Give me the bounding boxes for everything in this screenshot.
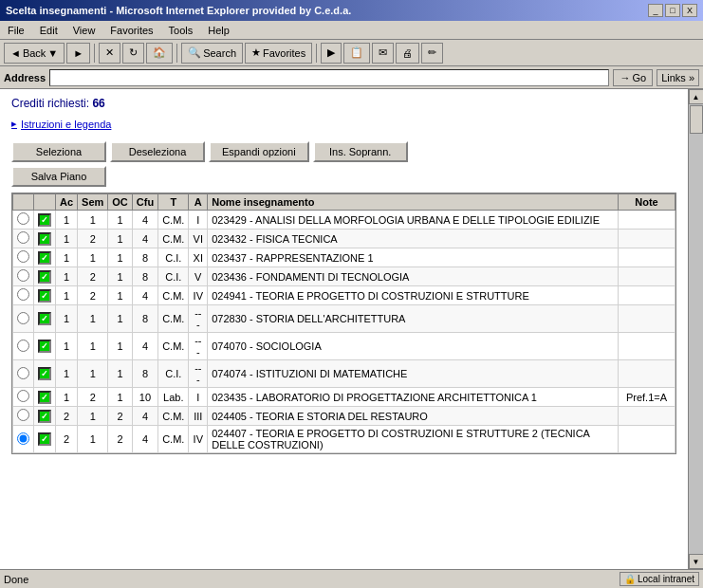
row-checkbox[interactable]: ✓ (38, 391, 51, 404)
status-bar: Done 🔒 Local intranet (0, 569, 703, 588)
address-label: Address (4, 72, 46, 83)
cell-nome: 074070 - SOCIOLOGIA (208, 333, 619, 360)
maximize-button[interactable]: □ (665, 4, 680, 17)
row-checkbox[interactable]: ✓ (38, 367, 51, 380)
cell-oc: 2 (108, 426, 133, 453)
table-row: ✓1118C.M.---072830 - STORIA DELL'ARCHITE… (13, 305, 675, 333)
cell-cfu: 4 (132, 333, 157, 360)
row-radio[interactable] (17, 367, 29, 379)
row-checkbox[interactable]: ✓ (38, 213, 51, 227)
row-radio[interactable] (17, 250, 29, 263)
links-button[interactable]: Links » (657, 69, 699, 86)
row-radio[interactable] (17, 312, 29, 324)
status-text: Done (4, 574, 616, 585)
cell-a: I (189, 388, 208, 407)
row-checkbox[interactable]: ✓ (38, 289, 51, 303)
soprann-button[interactable]: Ins. Soprann. (313, 141, 408, 162)
lock-icon: 🔒 (624, 574, 636, 584)
cell-ac: 1 (56, 360, 78, 388)
cell-sem: 1 (78, 426, 108, 453)
cell-note (618, 305, 675, 333)
cell-note (618, 360, 675, 388)
cell-t: C.M. (158, 426, 189, 453)
media-button[interactable]: ▶ (321, 43, 342, 64)
cell-sem: 2 (78, 388, 108, 407)
espandi-button[interactable]: Espandi opzioni (209, 141, 309, 162)
scroll-track (689, 104, 704, 554)
table-row: ✓1218C.I.V023436 - FONDAMENTI DI TECNOLO… (13, 267, 675, 286)
menu-favorites[interactable]: Favorites (106, 24, 157, 37)
cell-sem: 2 (78, 267, 108, 286)
print-button[interactable]: 🖨 (396, 43, 419, 64)
row-radio[interactable] (17, 340, 29, 352)
favorites-button[interactable]: ★ Favorites (245, 43, 312, 64)
close-button[interactable]: X (682, 4, 697, 17)
salva-button[interactable]: Salva Piano (11, 166, 106, 187)
col-header-note: Note (618, 194, 675, 211)
row-checkbox[interactable]: ✓ (38, 312, 51, 325)
scroll-up-button[interactable]: ▲ (689, 89, 704, 104)
history-button[interactable]: 📋 (343, 43, 370, 64)
scroll-thumb[interactable] (690, 105, 703, 134)
table-row: ✓1214C.M.VI023432 - FISICA TECNICA (13, 230, 675, 248)
cell-sem: 1 (78, 407, 108, 426)
cell-note (618, 248, 675, 267)
scrollbar-vertical[interactable]: ▲ ▼ (688, 89, 703, 569)
minimize-button[interactable]: _ (648, 4, 663, 17)
stop-button[interactable]: ✕ (99, 43, 120, 64)
home-button[interactable]: 🏠 (146, 43, 173, 64)
table-row: ✓1214C.M.IV024941 - TEORIA E PROGETTO DI… (13, 286, 675, 305)
row-radio[interactable] (17, 288, 29, 301)
cell-a: VI (189, 230, 208, 248)
forward-button[interactable]: ► (66, 43, 90, 64)
mail-button[interactable]: ✉ (372, 43, 394, 64)
status-icons: 🔒 Local intranet (620, 572, 699, 586)
col-header-oc: OC (108, 194, 133, 211)
row-checkbox[interactable]: ✓ (38, 232, 51, 246)
cell-sem: 1 (78, 360, 108, 388)
search-icon: 🔍 (188, 46, 201, 59)
edit-button[interactable]: ✏ (421, 43, 443, 64)
toolbar: ◄ Back ▼ ► ✕ ↻ 🏠 🔍 Search ★ Favorites ▶ … (0, 40, 703, 66)
row-checkbox[interactable]: ✓ (38, 270, 51, 284)
address-input[interactable] (49, 69, 609, 86)
search-button[interactable]: 🔍 Search (181, 43, 243, 64)
cell-oc: 1 (108, 388, 133, 407)
row-radio[interactable] (17, 409, 29, 421)
row-radio[interactable] (17, 432, 29, 445)
menu-bar: File Edit View Favorites Tools Help (0, 21, 703, 40)
col-header-sem: Sem (78, 194, 108, 211)
refresh-button[interactable]: ↻ (122, 43, 144, 64)
scroll-down-button[interactable]: ▼ (689, 554, 704, 569)
table-container: Ac Sem OC Cfu T A Nome insegnamento Note… (11, 193, 676, 454)
cell-t: C.M. (158, 230, 189, 248)
menu-edit[interactable]: Edit (36, 24, 62, 37)
action-buttons-row2: Salva Piano (11, 166, 676, 187)
menu-file[interactable]: File (4, 24, 28, 37)
row-radio[interactable] (17, 269, 29, 282)
row-radio[interactable] (17, 231, 29, 244)
menu-tools[interactable]: Tools (165, 24, 197, 37)
col-header-t: T (158, 194, 189, 211)
deseleziona-button[interactable]: Deseleziona (110, 141, 205, 162)
istruzioni-link[interactable]: ▸ Istruzioni e legenda (11, 118, 676, 130)
cell-sem: 1 (78, 333, 108, 360)
cell-ac: 1 (56, 333, 78, 360)
menu-help[interactable]: Help (204, 24, 233, 37)
row-checkbox[interactable]: ✓ (38, 251, 51, 265)
cell-a: IV (189, 286, 208, 305)
row-checkbox[interactable]: ✓ (38, 410, 51, 423)
cell-t: C.M. (158, 211, 189, 230)
row-checkbox[interactable]: ✓ (38, 340, 51, 353)
menu-view[interactable]: View (69, 24, 100, 37)
seleziona-button[interactable]: Seleziona (11, 141, 106, 162)
row-radio[interactable] (17, 212, 29, 225)
row-radio[interactable] (17, 390, 29, 402)
back-button[interactable]: ◄ Back ▼ (4, 43, 65, 64)
cell-note (618, 230, 675, 248)
go-button[interactable]: → Go (613, 69, 653, 86)
col-header-a: A (189, 194, 208, 211)
credits-value: 66 (92, 97, 104, 110)
row-checkbox[interactable]: ✓ (38, 432, 51, 446)
content-area: Crediti richiesti: 66 ▸ Istruzioni e leg… (0, 89, 688, 569)
